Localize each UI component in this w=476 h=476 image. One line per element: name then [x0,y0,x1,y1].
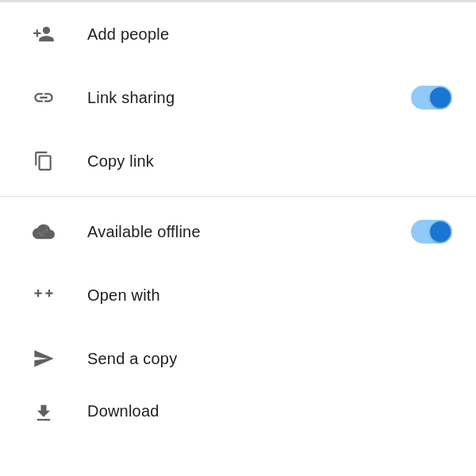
menu-divider [0,196,476,197]
menu-item-open-with[interactable]: Open with [0,263,476,327]
copy-link-label: Copy link [87,152,452,171]
menu-item-send-copy[interactable]: Send a copy [0,327,476,390]
download-icon [24,402,63,424]
link-icon [24,86,63,109]
send-icon [24,347,63,370]
available-offline-toggle-knob [430,221,451,242]
add-people-label: Add people [87,25,452,44]
link-sharing-toggle-knob [430,87,451,108]
open-with-label: Open with [87,286,452,305]
menu-item-download[interactable]: Download [0,390,476,438]
menu-item-copy-link[interactable]: Copy link [0,129,476,193]
link-sharing-label: Link sharing [87,89,411,107]
menu-item-add-people[interactable]: Add people [0,2,476,66]
offline-icon [24,221,63,243]
copy-icon [24,151,63,171]
menu-item-available-offline[interactable]: Available offline [0,200,476,263]
link-sharing-toggle[interactable] [411,86,452,109]
menu-item-link-sharing[interactable]: Link sharing [0,66,476,129]
context-menu: Add people Link sharing Copy link [0,2,476,438]
available-offline-toggle[interactable] [411,220,452,244]
send-copy-label: Send a copy [87,350,452,368]
download-label: Download [87,402,452,420]
available-offline-label: Available offline [87,223,411,241]
open-with-icon [24,284,63,306]
add-person-icon [24,23,63,45]
